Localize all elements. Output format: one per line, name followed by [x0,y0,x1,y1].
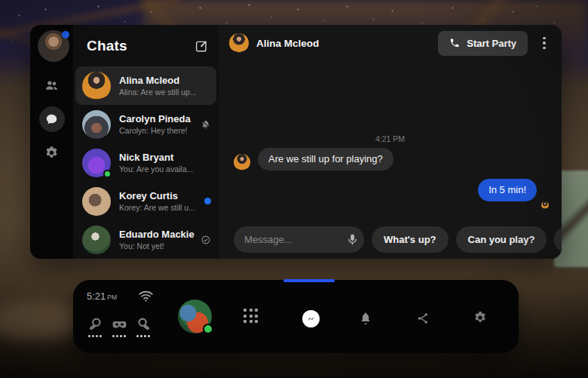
system-taskbar: 5:21PM [73,280,519,353]
chat-name: Alina Mcleod [119,75,197,86]
chat-row-eduardo[interactable]: Eduardo Mackie You: Not yet! [73,220,219,259]
clock: 5:21PM [87,290,117,302]
chat-preview: You: Not yet! [119,241,194,250]
incoming-message: Are we still up for playing? [234,148,394,171]
chat-bubble-icon [39,106,65,132]
chat-name: Nick Bryant [119,152,193,163]
start-party-button[interactable]: Start Party [438,31,528,56]
stars [0,0,1,1]
outgoing-bubble: In 5 min! [478,179,537,201]
message-timestamp: 4:21 PM [219,134,562,143]
online-dot [103,170,112,178]
avatar [82,149,111,177]
notifications-icon[interactable] [358,311,373,326]
quick-reply[interactable]: What's up? [372,226,449,253]
delivered-check-icon [201,235,211,245]
battery-level [88,335,102,337]
messenger-app-icon[interactable] [302,310,320,327]
left-controller-status [86,316,104,337]
chat-preview: Carolyn: Hey there! [119,126,191,135]
app-library-icon[interactable] [243,309,258,323]
composer: What's up? Can you play? In 5 min! [234,226,562,253]
compose-icon[interactable] [194,39,208,53]
online-dot [203,324,213,334]
contacts-icon[interactable] [30,78,73,94]
chat-row-nick[interactable]: Nick Bryant You: Are you availa... [73,143,219,182]
avatar [82,110,111,139]
vr-home-screen: Chats Alina Mcleod Alina: Are we still u… [0,0,588,378]
seen-indicator-avatar [541,201,549,209]
avatar [82,72,111,100]
headset-status [110,316,128,337]
active-app-indicator [283,279,335,282]
chat-preview: You: Are you availa... [119,164,193,174]
messenger-window: Chats Alina Mcleod Alina: Are we still u… [30,25,562,259]
phone-icon [449,38,460,48]
wifi-icon [138,289,154,303]
nav-rail [30,25,73,259]
more-options-icon[interactable] [536,37,553,50]
battery-level [112,335,126,337]
right-controller-status [134,316,152,337]
settings-icon[interactable] [30,145,73,161]
quick-reply[interactable]: In 5 min! [554,226,562,253]
avatar [82,226,111,254]
chat-name: Eduardo Mackie [119,229,194,240]
contact-avatar [229,33,249,53]
user-avatar[interactable] [178,300,212,333]
chat-preview: Alina: Are we still up... [119,88,197,97]
start-party-label: Start Party [467,38,516,49]
chats-title: Chats [87,38,127,54]
chat-list: Chats Alina Mcleod Alina: Are we still u… [73,25,219,259]
mic-icon[interactable] [345,232,360,247]
quick-reply[interactable]: Can you play? [456,226,547,253]
battery-level [136,335,150,337]
settings-icon[interactable] [473,310,488,325]
chat-row-korey[interactable]: Korey Curtis Korey: Are we still u... [73,182,219,220]
environment-floor-highlight [0,302,79,340]
outgoing-message: In 5 min! [478,179,537,201]
chat-row-carolyn[interactable]: Carolyn Pineda Carolyn: Hey there! [73,105,219,143]
chat-list-header: Chats [73,25,219,66]
unread-dot [204,198,211,204]
share-icon[interactable] [416,312,430,325]
contact-name: Alina Mcleod [256,38,319,49]
chat-name: Carolyn Pineda [119,113,191,124]
profile-avatar[interactable] [38,30,69,62]
chat-name: Korey Curtis [119,190,195,201]
chat-row-alina[interactable]: Alina Mcleod Alina: Are we still up... [75,66,216,105]
chat-preview: Korey: Are we still u... [119,203,195,212]
muted-bell-icon [201,119,211,130]
chats-tab[interactable] [30,106,73,132]
conversation-panel: Alina Mcleod Start Party 4:21 PM Are we … [219,25,562,259]
incoming-bubble: Are we still up for playing? [258,148,394,171]
sender-avatar [234,154,250,171]
notification-dot [62,31,69,38]
conversation-header: Alina Mcleod Start Party [219,25,562,61]
avatar [82,187,111,216]
